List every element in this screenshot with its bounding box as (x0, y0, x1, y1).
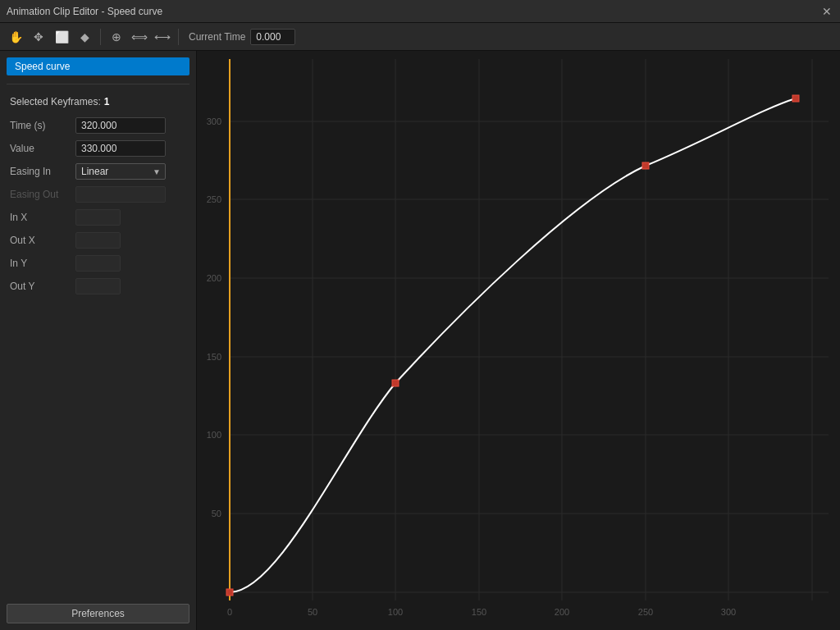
time-row: Time (s) (0, 114, 196, 137)
out-x-input (75, 232, 121, 249)
svg-text:100: 100 (388, 607, 403, 617)
time-input[interactable] (75, 117, 166, 134)
easing-in-select-wrapper: Linear Ease In Ease Out Ease In Out Cons… (75, 163, 166, 180)
svg-rect-0 (197, 51, 840, 630)
svg-rect-33 (792, 95, 799, 102)
move-tool-icon[interactable]: ✥ (30, 28, 48, 46)
out-x-row: Out X (0, 229, 196, 252)
in-x-input (75, 209, 121, 226)
in-x-row: In X (0, 206, 196, 229)
titlebar-left: Animation Clip Editor - Speed curve (7, 6, 162, 17)
value-row: Value (0, 137, 196, 160)
in-x-label: In X (10, 212, 69, 223)
svg-text:200: 200 (555, 607, 569, 617)
selected-keyframes-row: Selected Keyframes: 1 (0, 93, 196, 114)
svg-text:200: 200 (207, 273, 221, 283)
svg-text:300: 300 (207, 116, 221, 126)
svg-text:150: 150 (207, 352, 221, 362)
scale-icon[interactable]: ⟺ (130, 28, 148, 46)
svg-text:50: 50 (212, 509, 221, 518)
easing-out-label: Easing Out (10, 189, 69, 200)
out-y-label: Out Y (10, 281, 69, 292)
chart-svg: 50 100 150 200 250 300 0 50 100 150 200 … (197, 51, 840, 630)
value-input[interactable] (75, 140, 166, 157)
time-label: Time (s) (10, 120, 69, 131)
selected-keyframes-count: 1 (104, 96, 110, 107)
svg-text:0: 0 (227, 607, 232, 617)
toolbar-separator-2 (178, 29, 179, 45)
easing-out-input (75, 186, 166, 203)
svg-text:100: 100 (207, 430, 221, 440)
fit-icon[interactable]: ⟷ (153, 28, 171, 46)
out-y-input (75, 278, 121, 294)
hand-tool-icon[interactable]: ✋ (7, 28, 25, 46)
chart-panel[interactable]: 50 100 150 200 250 300 0 50 100 150 200 … (197, 51, 840, 630)
frame-tool-icon[interactable]: ⬜ (52, 28, 71, 46)
easing-out-row: Easing Out (0, 183, 196, 206)
current-time-value: 0.000 (250, 29, 295, 45)
preferences-button[interactable]: Preferences (7, 604, 189, 623)
titlebar: Animation Clip Editor - Speed curve ✕ (0, 0, 840, 23)
keyframe-tool-icon[interactable]: ◆ (75, 28, 94, 46)
transform-icon[interactable]: ⊕ (107, 28, 126, 46)
svg-text:250: 250 (638, 607, 653, 617)
main-content: Speed curve Selected Keyframes: 1 Time (… (0, 51, 840, 630)
svg-rect-32 (642, 162, 649, 169)
out-y-row: Out Y (0, 275, 196, 298)
left-panel: Speed curve Selected Keyframes: 1 Time (… (0, 51, 197, 630)
toolbar-separator-1 (100, 29, 101, 45)
easing-in-label: Easing In (10, 166, 69, 177)
easing-in-row: Easing In Linear Ease In Ease Out Ease I… (0, 160, 196, 183)
panel-divider (7, 84, 189, 84)
in-y-input (75, 255, 121, 272)
current-time-label: Current Time (189, 31, 245, 43)
svg-text:50: 50 (308, 607, 317, 617)
toolbar: ✋ ✥ ⬜ ◆ ⊕ ⟺ ⟷ Current Time 0.000 (0, 23, 840, 51)
svg-rect-30 (226, 589, 233, 596)
in-y-row: In Y (0, 252, 196, 275)
svg-text:300: 300 (721, 607, 736, 617)
easing-in-select[interactable]: Linear Ease In Ease Out Ease In Out Cons… (75, 163, 166, 180)
value-label: Value (10, 143, 69, 154)
selected-keyframes-label: Selected Keyframes: (10, 96, 101, 107)
close-button[interactable]: ✕ (820, 5, 833, 18)
speed-curve-tab[interactable]: Speed curve (7, 57, 189, 75)
svg-text:150: 150 (472, 607, 486, 617)
out-x-label: Out X (10, 235, 69, 246)
svg-text:250: 250 (207, 194, 221, 204)
titlebar-title: Animation Clip Editor - Speed curve (7, 6, 162, 17)
in-y-label: In Y (10, 258, 69, 269)
svg-rect-31 (392, 380, 399, 386)
